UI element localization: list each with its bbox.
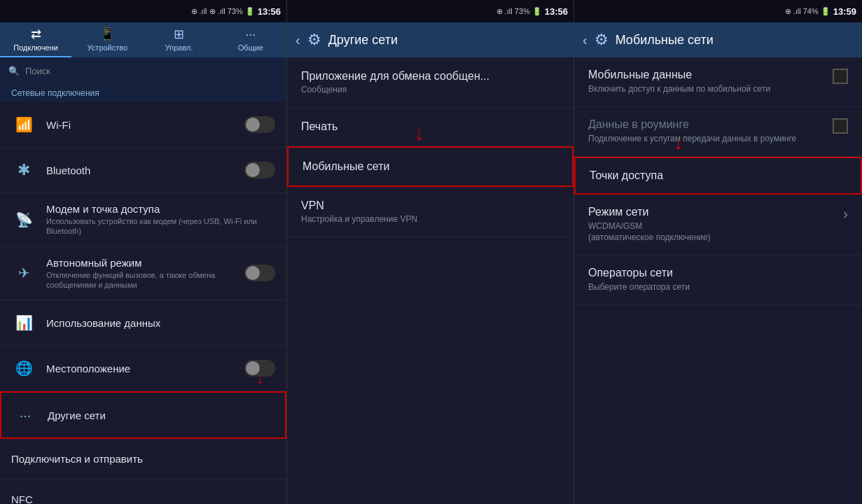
time-1: 13:56 xyxy=(258,6,281,17)
tab-connections-label: Подключени xyxy=(13,43,58,52)
vpn-title: VPN xyxy=(301,200,559,212)
messaging-subtitle: Сообщения xyxy=(301,85,559,94)
mobile-net-item-mobiledata[interactable]: Мобильные данные Включить доступ к данны… xyxy=(574,57,862,107)
section-header-text: Сетевые подключения xyxy=(11,88,99,98)
datausage-icon: 📊 xyxy=(11,310,36,335)
settings-item-nfc[interactable]: NFC xyxy=(0,479,286,504)
netmode-chevron: › xyxy=(843,206,848,222)
mobiledata-checkbox[interactable] xyxy=(833,69,848,84)
battery-percent-1: ⊕ .ıll 73% 🔋 xyxy=(209,7,255,16)
operators-subtitle: Выберите оператора сети xyxy=(588,281,848,293)
bluetooth-title: Bluetooth xyxy=(46,164,244,176)
panel-other-nets: ⊕ .ıll 73% 🔋 13:56 ‹ ⚙ Другие сети Прило… xyxy=(287,0,574,504)
airplane-icon: ✈ xyxy=(11,260,36,286)
status-bar-3: ⊕ .ıll 74% 🔋 13:59 xyxy=(574,0,862,22)
modem-icon: 📡 xyxy=(11,207,36,232)
settings-item-wifi[interactable]: 📶 Wi-Fi xyxy=(0,102,286,148)
panel-mobile-nets: ⊕ .ıll 74% 🔋 13:59 ‹ ⚙ Мобильные сети Мо… xyxy=(574,0,862,504)
mobile-nets-title: Мобильные сети xyxy=(303,160,558,173)
red-arrow-3: ↓ xyxy=(674,132,683,154)
accesspoints-title: Точки доступа xyxy=(590,169,847,182)
tab-manage-label: Управл. xyxy=(165,43,193,52)
status-bar-2: ⊕ .ıll 73% 🔋 13:56 xyxy=(287,0,573,22)
mobile-net-list: Мобильные данные Включить доступ к данны… xyxy=(574,57,862,305)
signal-icon: .ıll xyxy=(200,7,207,15)
bluetooth-toggle[interactable] xyxy=(244,162,275,178)
nfc-title: NFC xyxy=(11,493,275,504)
settings-item-bluetooth[interactable]: ✱ Bluetooth xyxy=(0,148,286,193)
netmode-subtitle: WCDMA/GSM(автоматическое подключение) xyxy=(588,220,836,244)
mobile-net-item-operators[interactable]: Операторы сети Выберите оператора сети xyxy=(574,255,862,305)
tab-connections[interactable]: ⇄ Подключени xyxy=(0,22,71,57)
menu-item-print[interactable]: Печать xyxy=(287,108,573,146)
tab-general-icon: ··· xyxy=(245,27,256,42)
mobile-net-item-roaming[interactable]: Данные в роуминге Подключение к услугам … xyxy=(574,107,862,157)
operators-title: Операторы сети xyxy=(588,267,848,279)
location-title: Местоположение xyxy=(46,363,244,374)
airplane-subtitle: Отключение функций вызовов, а также обме… xyxy=(46,270,244,290)
tab-general[interactable]: ··· Общие xyxy=(215,22,286,57)
vpn-subtitle: Настройка и управление VPN xyxy=(301,214,559,224)
settings-item-connect-send[interactable]: Подключиться и отправить xyxy=(0,439,286,479)
wifi-toggle[interactable] xyxy=(244,116,275,133)
menu-item-mobile-nets[interactable]: ↓ Мобильные сети xyxy=(287,146,573,187)
settings-item-location[interactable]: 🌐 Местоположение xyxy=(0,346,286,391)
roaming-title: Данные в роуминге xyxy=(588,118,826,131)
airplane-title: Автономный режим xyxy=(46,257,244,269)
mobile-net-item-netmode[interactable]: Режим сети WCDMA/GSM(автоматическое подк… xyxy=(574,195,862,256)
tab-device-icon: 📱 xyxy=(99,27,115,42)
status-icons-3: ⊕ .ıll 74% 🔋 xyxy=(785,7,830,16)
othernets-title: Другие сети xyxy=(48,410,274,421)
search-placeholder: Поиск xyxy=(25,66,50,76)
airplane-toggle[interactable] xyxy=(244,265,275,281)
netmode-title: Режим сети xyxy=(588,206,836,218)
status-portrait-icon: ⊕ xyxy=(191,7,197,16)
search-bar: 🔍 Поиск xyxy=(0,57,286,84)
tab-manage[interactable]: ⊞ Управл. xyxy=(144,22,215,57)
menu-item-messaging[interactable]: Приложение для обмена сообщен... Сообщен… xyxy=(287,57,573,108)
roaming-checkbox[interactable] xyxy=(833,118,848,134)
settings-item-othernets[interactable]: ··· Другие сети ↑ xyxy=(0,391,286,439)
settings-item-airplane[interactable]: ✈ Автономный режим Отключение функций вы… xyxy=(0,247,286,301)
othernets-icon: ··· xyxy=(13,402,38,428)
status-icons-2-text: ⊕ .ıll 73% 🔋 xyxy=(496,7,542,16)
time-3: 13:59 xyxy=(833,6,856,17)
page-title-3: Мобильные сети xyxy=(616,33,714,48)
gear-icon-2: ⚙ xyxy=(307,31,321,49)
menu-item-vpn[interactable]: VPN Настройка и управление VPN xyxy=(287,187,573,237)
tab-manage-icon: ⊞ xyxy=(174,27,184,42)
mobile-net-item-accesspoints[interactable]: ↓ Точки доступа xyxy=(574,157,862,195)
search-icon: 🔍 xyxy=(8,66,20,76)
tab-device[interactable]: 📱 Устройство xyxy=(71,22,143,57)
location-icon: 🌐 xyxy=(11,356,36,381)
status-icons-2: ⊕ .ıll 73% 🔋 xyxy=(496,7,542,16)
tab-connections-icon: ⇄ xyxy=(31,27,41,42)
wifi-icon: 📶 xyxy=(11,112,36,137)
panel-connections: ⊕ .ıll ⊕ .ıll 73% 🔋 13:56 ⇄ Подключени 📱… xyxy=(0,0,287,504)
settings-item-datausage[interactable]: 📊 Использование данных xyxy=(0,300,286,346)
red-arrow-2: ↓ xyxy=(415,122,424,145)
tab-device-label: Устройство xyxy=(88,43,128,52)
bluetooth-icon: ✱ xyxy=(11,158,36,183)
modem-title: Модем и точка доступа xyxy=(46,203,275,215)
status-icons-3-text: ⊕ .ıll 74% 🔋 xyxy=(785,7,830,16)
settings-item-modem[interactable]: 📡 Модем и точка доступа Использовать уст… xyxy=(0,193,286,247)
back-button-2[interactable]: ‹ xyxy=(296,32,300,48)
wifi-title: Wi-Fi xyxy=(46,119,244,131)
tab-general-label: Общие xyxy=(238,43,263,52)
modem-subtitle: Использовать устройство как модем (через… xyxy=(46,216,275,237)
mobiledata-subtitle: Включить доступ к данным по мобильной се… xyxy=(588,83,826,95)
page-header-2: ‹ ⚙ Другие сети xyxy=(287,22,573,57)
section-header-network: Сетевые подключения xyxy=(0,84,286,102)
back-button-3[interactable]: ‹ xyxy=(583,32,588,48)
tab-bar-1: ⇄ Подключени 📱 Устройство ⊞ Управл. ··· … xyxy=(0,22,286,57)
time-2: 13:56 xyxy=(545,6,568,17)
datausage-title: Использование данных xyxy=(46,317,275,329)
gear-icon-3: ⚙ xyxy=(595,31,609,49)
messaging-title: Приложение для обмена сообщен... xyxy=(301,70,559,83)
status-icons-1: ⊕ .ıll ⊕ .ıll 73% 🔋 xyxy=(191,7,255,16)
print-title: Печать xyxy=(301,120,559,133)
roaming-subtitle: Подключение к услугам передачи данных в … xyxy=(588,133,826,145)
status-bar-1: ⊕ .ıll ⊕ .ıll 73% 🔋 13:56 xyxy=(0,0,286,22)
settings-list: 📶 Wi-Fi ✱ Bluetooth 📡 Модем и точка дост… xyxy=(0,102,286,504)
